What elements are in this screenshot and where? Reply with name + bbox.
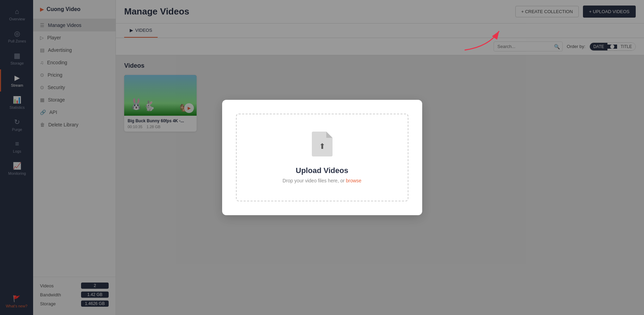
upload-drop-area[interactable]: ⬆ Upload Videos Drop your video files he… (236, 114, 408, 201)
modal-title: Upload Videos (296, 166, 348, 175)
modal-overlay[interactable]: ⬆ Upload Videos Drop your video files he… (0, 0, 644, 315)
svg-text:⬆: ⬆ (319, 142, 325, 151)
file-upload-icon: ⬆ (312, 132, 333, 156)
modal-subtitle: Drop your video files here, or browse (283, 178, 361, 183)
browse-link[interactable]: browse (346, 178, 361, 183)
upload-modal: ⬆ Upload Videos Drop your video files he… (222, 100, 422, 215)
upload-icon-wrap: ⬆ (310, 132, 334, 159)
